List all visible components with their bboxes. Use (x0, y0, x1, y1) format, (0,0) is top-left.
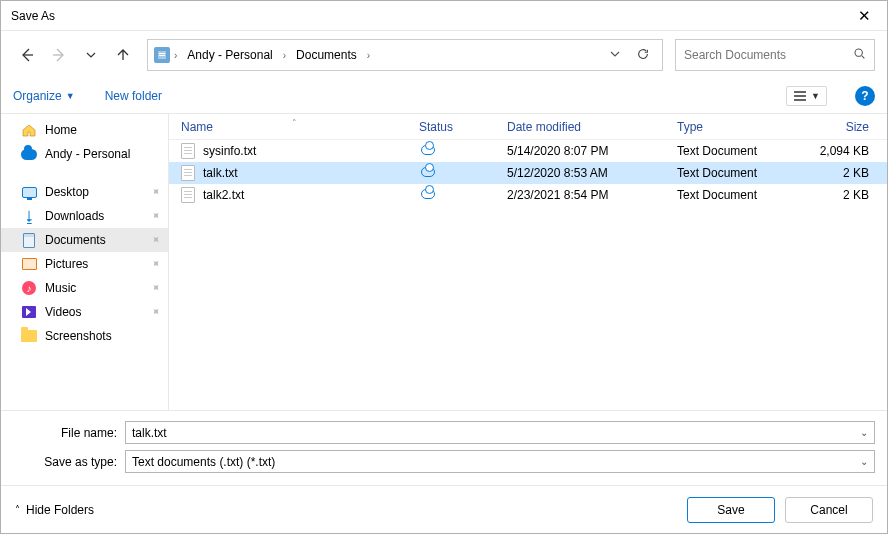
search-icon (853, 47, 866, 63)
file-name: sysinfo.txt (203, 144, 256, 158)
organize-menu[interactable]: Organize ▼ (13, 89, 75, 103)
desktop-icon (21, 184, 37, 200)
videos-icon (21, 304, 37, 320)
nav-label: Pictures (45, 257, 88, 271)
nav-videos[interactable]: Videos ✦ (1, 300, 168, 324)
file-size: 2,094 KB (803, 144, 877, 158)
search-placeholder: Search Documents (684, 48, 853, 62)
folder-icon (21, 328, 37, 344)
arrow-up-icon (115, 47, 131, 63)
text-file-icon (181, 187, 195, 203)
caret-down-icon: ▼ (811, 91, 820, 101)
file-name-label: File name: (13, 426, 125, 440)
up-button[interactable] (109, 41, 137, 69)
breadcrumb-item[interactable]: Andy - Personal (181, 40, 278, 70)
pin-icon: ✦ (148, 280, 164, 296)
svg-point-3 (855, 49, 862, 56)
chevron-down-icon: ⌄ (860, 427, 868, 438)
column-headers: ˄ Name Status Date modified Type Size (169, 114, 887, 140)
column-name[interactable]: ˄ Name (169, 120, 419, 134)
file-size: 2 KB (803, 166, 877, 180)
file-date: 2/23/2021 8:54 PM (507, 188, 677, 202)
toolbar: Organize ▼ New folder ▼ ? (1, 79, 887, 113)
arrow-right-icon (51, 47, 67, 63)
nav-row: › Andy - Personal › Documents › Search D… (1, 31, 887, 79)
view-options-button[interactable]: ▼ (786, 86, 827, 106)
nav-label: Screenshots (45, 329, 112, 343)
column-type[interactable]: Type (677, 120, 803, 134)
nav-home[interactable]: Home (1, 118, 168, 142)
column-size[interactable]: Size (803, 120, 877, 134)
forward-button[interactable] (45, 41, 73, 69)
home-icon (21, 122, 37, 138)
file-type: Text Document (677, 188, 803, 202)
nav-downloads[interactable]: ⭳ Downloads ✦ (1, 204, 168, 228)
pin-icon: ✦ (148, 304, 164, 320)
save-type-value: Text documents (.txt) (*.txt) (132, 455, 275, 469)
window-title: Save As (11, 9, 841, 23)
file-list: sysinfo.txt5/14/2020 8:07 PMText Documen… (169, 140, 887, 206)
pictures-icon (21, 256, 37, 272)
new-folder-label: New folder (105, 89, 162, 103)
column-status[interactable]: Status (419, 120, 507, 134)
file-list-pane: ˄ Name Status Date modified Type Size sy… (169, 114, 887, 410)
nav-music[interactable]: ♪ Music ✦ (1, 276, 168, 300)
file-row[interactable]: sysinfo.txt5/14/2020 8:07 PMText Documen… (169, 140, 887, 162)
file-type: Text Document (677, 144, 803, 158)
nav-label: Downloads (45, 209, 104, 223)
sort-indicator-icon: ˄ (292, 118, 297, 128)
cloud-icon (421, 145, 435, 155)
column-date[interactable]: Date modified (507, 120, 677, 134)
nav-documents[interactable]: Documents ✦ (1, 228, 168, 252)
nav-screenshots[interactable]: Screenshots (1, 324, 168, 348)
cloud-icon (421, 189, 435, 199)
arrow-left-icon (19, 47, 35, 63)
svg-rect-2 (159, 55, 165, 56)
chevron-right-icon: › (365, 50, 372, 61)
recent-locations-button[interactable] (77, 41, 105, 69)
documents-icon (21, 232, 37, 248)
navigation-pane: Home Andy - Personal Desktop ✦ ⭳ Downloa… (1, 114, 169, 410)
file-type: Text Document (677, 166, 803, 180)
file-status (419, 166, 507, 180)
file-name: talk2.txt (203, 188, 244, 202)
nav-desktop[interactable]: Desktop ✦ (1, 180, 168, 204)
pin-icon: ✦ (148, 208, 164, 224)
breadcrumb-item[interactable]: Documents (290, 40, 363, 70)
hide-folders-toggle[interactable]: ˄ Hide Folders (15, 503, 94, 517)
action-bar: ˄ Hide Folders Save Cancel (1, 485, 887, 533)
nav-label: Videos (45, 305, 81, 319)
save-type-select[interactable]: Text documents (.txt) (*.txt) ⌄ (125, 450, 875, 473)
file-name: talk.txt (203, 166, 238, 180)
refresh-button[interactable] (630, 47, 656, 64)
address-bar[interactable]: › Andy - Personal › Documents › (147, 39, 663, 71)
chevron-down-icon: ⌄ (860, 456, 868, 467)
pin-icon: ✦ (148, 232, 164, 248)
address-dropdown[interactable] (602, 48, 628, 62)
onedrive-icon (21, 146, 37, 162)
list-view-icon (793, 90, 807, 102)
file-status (419, 188, 507, 202)
nav-pictures[interactable]: Pictures ✦ (1, 252, 168, 276)
pin-icon: ✦ (148, 184, 164, 200)
save-button[interactable]: Save (687, 497, 775, 523)
file-row[interactable]: talk2.txt2/23/2021 8:54 PMText Document2… (169, 184, 887, 206)
close-button[interactable]: ✕ (841, 1, 887, 31)
chevron-right-icon: › (281, 50, 288, 61)
music-icon: ♪ (21, 280, 37, 296)
save-fields: File name: talk.txt ⌄ Save as type: Text… (1, 410, 887, 485)
nav-onedrive[interactable]: Andy - Personal (1, 142, 168, 166)
chevron-down-icon (86, 50, 96, 60)
back-button[interactable] (13, 41, 41, 69)
help-button[interactable]: ? (855, 86, 875, 106)
file-name-input[interactable]: talk.txt ⌄ (125, 421, 875, 444)
titlebar: Save As ✕ (1, 1, 887, 31)
file-status (419, 144, 507, 158)
chevron-down-icon (610, 49, 620, 59)
new-folder-button[interactable]: New folder (105, 89, 162, 103)
file-row[interactable]: talk.txt5/12/2020 8:53 AMText Document2 … (169, 162, 887, 184)
nav-label: Home (45, 123, 77, 137)
search-input[interactable]: Search Documents (675, 39, 875, 71)
refresh-icon (636, 47, 650, 61)
cancel-button[interactable]: Cancel (785, 497, 873, 523)
